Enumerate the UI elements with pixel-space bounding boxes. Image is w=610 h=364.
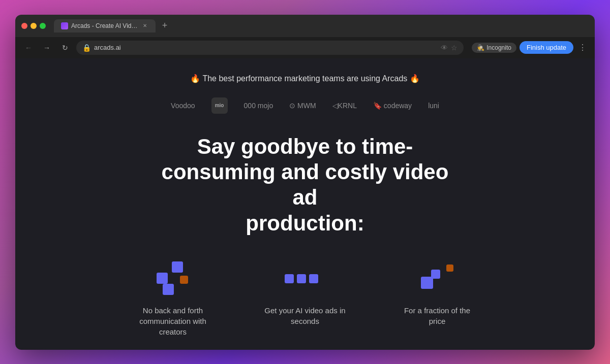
- feature-fraction-price: For a fraction of theprice: [386, 261, 488, 337]
- maximize-button[interactable]: [40, 23, 46, 29]
- brand-mojo: 000 mojo: [244, 102, 273, 110]
- feature-label-no-back-forth: No back and forthcommunication withcreat…: [139, 305, 206, 337]
- brand-codeway-label: 🔖 codeway: [373, 102, 412, 110]
- icon2-pixel2: [297, 274, 306, 283]
- brand-luni-label: luni: [428, 102, 439, 110]
- feature-icon-ai-video: [285, 261, 325, 297]
- tab-title: Arcads - Create AI Video Ads: [71, 22, 138, 29]
- brand-voodoo: Voodoo: [171, 102, 195, 110]
- browser-actions: 🕵 Incognito Finish update ⋮: [472, 41, 589, 54]
- title-bar: Arcads - Create AI Video Ads ✕ +: [15, 15, 595, 37]
- brands-row: Voodoo mio 000 mojo ⊙ MWM ◁KRNL 🔖 codewa…: [171, 97, 439, 114]
- lock-icon: 🔒: [82, 44, 91, 52]
- tab-favicon: [61, 22, 68, 29]
- main-heading: Say goodbye to time- consuming and costl…: [158, 134, 452, 237]
- finish-update-label: Finish update: [527, 44, 566, 51]
- tab-bar: Arcads - Create AI Video Ads ✕ +: [54, 19, 589, 33]
- incognito-badge: 🕵 Incognito: [472, 43, 516, 53]
- feature-label-fraction: For a fraction of theprice: [404, 305, 470, 326]
- incognito-icon: 🕵: [477, 44, 484, 51]
- eye-off-icon: 👁: [441, 44, 448, 52]
- more-options-button[interactable]: ⋮: [576, 43, 589, 52]
- url-bar[interactable]: 🔒 arcads.ai 👁 ☆: [76, 41, 464, 55]
- new-tab-button[interactable]: +: [158, 19, 172, 33]
- url-text: arcads.ai: [94, 44, 438, 51]
- icon3-pixel3: [446, 264, 453, 272]
- features-row: No back and forthcommunication withcreat…: [102, 261, 508, 337]
- heading-line2: consuming and costly video ad: [162, 160, 449, 209]
- brand-mwm: ⊙ MWM: [289, 102, 316, 110]
- feature-label-ai-video: Get your AI video ads in seconds: [254, 305, 356, 326]
- tab-close-icon[interactable]: ✕: [141, 22, 148, 29]
- icon3-blocks: [417, 261, 458, 297]
- icon3-pixel1: [421, 277, 433, 289]
- close-button[interactable]: [21, 23, 27, 29]
- icon1-pixel4: [163, 284, 174, 295]
- heading-line1: Say goodbye to time-: [197, 135, 413, 158]
- icon1-pixel1: [172, 261, 183, 273]
- brand-mojo-label: 000 mojo: [244, 102, 273, 110]
- feature-icon-no-back-forth: [152, 261, 193, 297]
- heading-line3: production:: [246, 211, 364, 235]
- brand-luni: luni: [428, 102, 439, 110]
- icon1-pixel3: [180, 276, 188, 284]
- icon1-blocks: [152, 261, 193, 297]
- brand-codeway: 🔖 codeway: [373, 102, 412, 110]
- banner-text: 🔥 The best performance marketing teams a…: [190, 74, 419, 83]
- icon2-pixel1: [285, 274, 294, 283]
- icon2-blocks: [285, 261, 325, 297]
- brand-krnl-label: ◁KRNL: [332, 102, 357, 110]
- brand-voodoo-label: Voodoo: [171, 102, 195, 110]
- icon3-pixel2: [431, 270, 440, 279]
- brand-krnl: ◁KRNL: [332, 102, 357, 110]
- brand-mio: mio: [211, 97, 228, 114]
- feature-no-back-forth: No back and forthcommunication withcreat…: [122, 261, 224, 337]
- traffic-lights: [21, 23, 46, 29]
- icon1-pixel2: [157, 273, 168, 284]
- icon2-pixel3: [309, 274, 318, 283]
- browser-window: Arcads - Create AI Video Ads ✕ + ← → ↻ 🔒…: [15, 15, 595, 350]
- page-content: 🔥 The best performance marketing teams a…: [15, 58, 595, 350]
- refresh-button[interactable]: ↻: [58, 41, 72, 55]
- back-button[interactable]: ←: [21, 41, 36, 55]
- feature-ai-video-ads: Get your AI video ads in seconds: [254, 261, 356, 337]
- incognito-label: Incognito: [486, 44, 511, 51]
- forward-button[interactable]: →: [40, 41, 54, 55]
- star-icon[interactable]: ☆: [451, 44, 458, 52]
- minimize-button[interactable]: [30, 23, 37, 29]
- finish-update-button[interactable]: Finish update: [520, 41, 573, 54]
- feature-icon-fraction: [417, 261, 458, 297]
- active-tab[interactable]: Arcads - Create AI Video Ads ✕: [54, 19, 156, 32]
- brand-mio-box: mio: [211, 97, 228, 114]
- address-bar: ← → ↻ 🔒 arcads.ai 👁 ☆ 🕵 Incognito Finish…: [15, 37, 595, 58]
- brand-mwm-label: ⊙ MWM: [289, 102, 316, 110]
